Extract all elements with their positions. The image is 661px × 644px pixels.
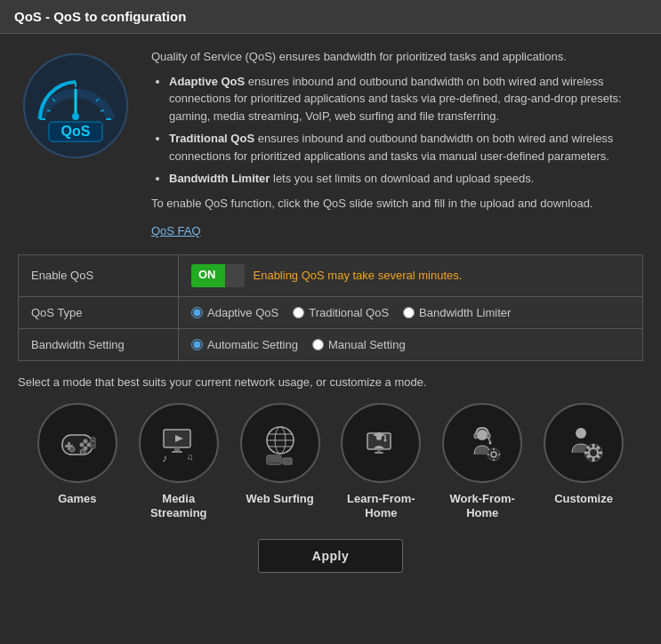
svg-rect-46 xyxy=(377,449,381,452)
bullet-traditional: Traditional QoS ensures inbound and outb… xyxy=(169,130,643,165)
bandwidth-setting-label: Bandwidth Setting xyxy=(19,328,179,360)
svg-line-10 xyxy=(47,110,51,111)
svg-rect-49 xyxy=(474,433,478,439)
bandwidth-setting-radio-group: Automatic Setting Manual Setting xyxy=(191,338,630,351)
qos-logo: QoS xyxy=(18,48,133,164)
svg-point-53 xyxy=(488,448,500,461)
radio-automatic[interactable]: Automatic Setting xyxy=(191,338,298,351)
bullet-bandwidth: Bandwidth Limiter lets you set limits on… xyxy=(169,170,643,188)
settings-table: Enable QoS ON Enabling QoS may take seve… xyxy=(18,254,643,361)
mode-learn-from-home[interactable]: Learn-From-Home xyxy=(339,403,423,522)
svg-line-11 xyxy=(101,110,104,111)
bandwidth-setting-control: Automatic Setting Manual Setting xyxy=(179,328,643,360)
enable-qos-row: Enable QoS ON Enabling QoS may take seve… xyxy=(19,254,643,296)
enable-qos-control: ON Enabling QoS may take several minutes… xyxy=(179,254,643,296)
svg-point-5 xyxy=(72,113,79,120)
svg-point-15 xyxy=(83,439,87,443)
mode-media-streaming[interactable]: ♪ ♫ MediaStreaming xyxy=(136,403,221,522)
qos-type-radio-group: Adaptive QoS Traditional QoS Bandwidth L… xyxy=(191,306,630,319)
intro-description: Quality of Service (QoS) ensures bandwid… xyxy=(151,48,643,66)
svg-rect-27 xyxy=(174,447,180,451)
mode-work-from-home[interactable]: Work-From-Home xyxy=(440,403,525,522)
qos-type-control: Adaptive QoS Traditional QoS Bandwidth L… xyxy=(179,296,643,328)
enable-qos-toggle[interactable]: ON xyxy=(191,264,245,287)
mode-web-surfing[interactable]: Web Surfing xyxy=(238,403,322,507)
media-icon-circle: ♪ ♫ xyxy=(139,403,219,483)
radio-manual[interactable]: Manual Setting xyxy=(312,338,406,351)
svg-point-48 xyxy=(477,430,488,440)
qos-faq-link[interactable]: QoS FAQ xyxy=(151,222,201,240)
enabling-warning: Enabling QoS may take several minutes. xyxy=(254,269,463,282)
learn-from-home-label: Learn-From-Home xyxy=(347,492,415,522)
work-from-home-label: Work-From-Home xyxy=(450,492,515,522)
svg-text:QoS: QoS xyxy=(61,124,91,139)
radio-bandwidth-limiter[interactable]: Bandwidth Limiter xyxy=(403,306,511,319)
svg-rect-22 xyxy=(93,439,93,442)
svg-text:♫: ♫ xyxy=(187,452,194,462)
radio-traditional[interactable]: Traditional QoS xyxy=(293,306,389,319)
web-surfing-label: Web Surfing xyxy=(246,492,313,507)
svg-rect-23 xyxy=(93,445,93,447)
enable-qos-label: Enable QoS xyxy=(19,254,179,296)
page-header: QoS - QoS to configuration xyxy=(0,0,661,34)
qos-type-label: QoS Type xyxy=(19,296,179,328)
toggle-off-part xyxy=(225,264,245,287)
bullet-adaptive: Adaptive QoS ensures inbound and outboun… xyxy=(169,73,643,125)
svg-rect-62 xyxy=(592,444,595,447)
page-title: QoS - QoS to configuration xyxy=(14,9,647,24)
svg-point-59 xyxy=(576,428,586,439)
customize-icon-circle xyxy=(544,403,624,483)
learn-icon-circle xyxy=(341,403,421,483)
radio-adaptive[interactable]: Adaptive QoS xyxy=(191,306,278,319)
customize-label: Customize xyxy=(554,492,613,507)
web-icon-circle xyxy=(240,403,320,483)
svg-rect-47 xyxy=(375,452,383,454)
media-streaming-label: MediaStreaming xyxy=(150,492,207,522)
svg-point-19 xyxy=(69,447,75,452)
svg-text:♪: ♪ xyxy=(162,452,167,464)
mode-games[interactable]: Games xyxy=(35,403,119,507)
intro-text: Quality of Service (QoS) ensures bandwid… xyxy=(151,48,643,240)
work-icon-circle xyxy=(442,403,522,483)
mode-customize[interactable]: Customize xyxy=(542,403,626,507)
svg-rect-37 xyxy=(268,456,280,463)
svg-rect-21 xyxy=(91,438,95,448)
svg-rect-39 xyxy=(284,459,291,463)
svg-point-52 xyxy=(489,441,492,444)
qos-type-row: QoS Type Adaptive QoS Traditional QoS Ba… xyxy=(19,296,643,328)
svg-point-45 xyxy=(384,439,387,441)
games-icon-circle xyxy=(37,403,117,483)
svg-rect-64 xyxy=(584,451,588,454)
toggle-on-label: ON xyxy=(191,264,225,287)
apply-button[interactable]: Apply xyxy=(258,539,403,573)
intro-bullets: Adaptive QoS ensures inbound and outboun… xyxy=(169,73,643,188)
svg-rect-65 xyxy=(599,451,602,454)
enable-note: To enable QoS function, click the QoS sl… xyxy=(151,195,643,213)
bandwidth-setting-row: Bandwidth Setting Automatic Setting Manu… xyxy=(19,328,643,360)
mode-description: Select a mode that best suits your curre… xyxy=(18,375,643,389)
svg-rect-63 xyxy=(592,458,595,462)
svg-point-18 xyxy=(79,442,84,447)
svg-point-20 xyxy=(80,449,85,455)
svg-rect-28 xyxy=(172,451,182,453)
games-label: Games xyxy=(58,492,96,507)
apply-btn-container: Apply xyxy=(18,539,643,582)
mode-icons-row: Games ♪ ♫ MediaStreaming xyxy=(18,403,643,522)
